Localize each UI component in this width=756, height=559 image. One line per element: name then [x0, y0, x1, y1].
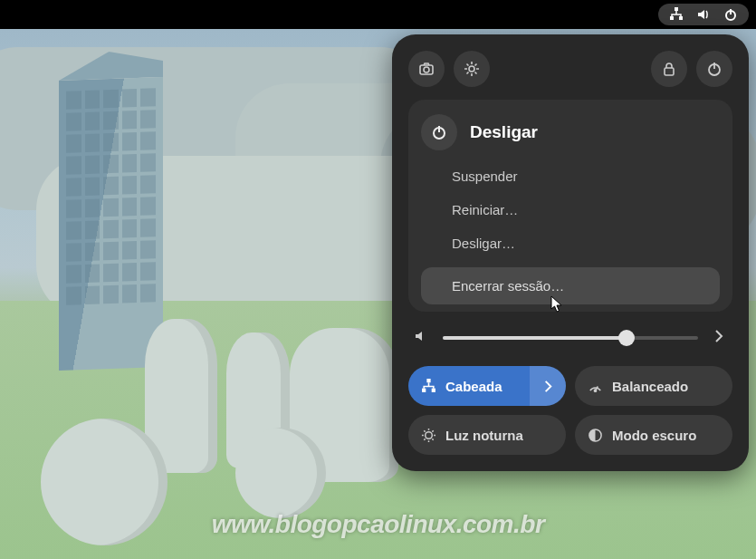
night-light-icon: [421, 428, 436, 443]
power-icon: [431, 124, 447, 140]
speedometer-icon: [588, 379, 603, 394]
svg-rect-1: [670, 16, 674, 20]
toggle-power-mode[interactable]: Balanceado: [575, 366, 732, 406]
toggle-wired-label: Cabeada: [445, 379, 502, 394]
toggle-night-light-label: Luz noturna: [445, 428, 523, 443]
gear-icon: [464, 61, 480, 77]
top-bar: [0, 0, 756, 29]
svg-rect-8: [665, 68, 674, 75]
power-section-icon: [421, 114, 457, 150]
chevron-right-icon: [711, 328, 727, 344]
toggle-dark-mode-label: Modo escuro: [612, 428, 696, 443]
volume-icon: [696, 7, 711, 22]
quick-settings-popover: Desligar Suspender Reiniciar… Desligar… …: [392, 34, 749, 471]
dark-mode-icon: [588, 428, 603, 443]
toggle-dark-mode[interactable]: Modo escuro: [575, 415, 732, 455]
power-icon: [723, 7, 738, 22]
power-menu-section: Desligar Suspender Reiniciar… Desligar… …: [408, 100, 732, 312]
lock-button[interactable]: [651, 51, 687, 87]
toggle-power-mode-label: Balanceado: [612, 379, 688, 394]
toggle-wired-network[interactable]: Cabeada: [408, 366, 566, 406]
screenshot-button[interactable]: [408, 51, 445, 87]
power-section-title: Desligar: [470, 122, 538, 142]
chevron-right-icon: [541, 379, 556, 394]
network-wired-icon: [421, 379, 436, 394]
network-wired-icon: [669, 7, 684, 22]
svg-rect-0: [675, 7, 678, 11]
settings-button[interactable]: [454, 51, 490, 87]
volume-low-icon: [414, 328, 430, 348]
svg-point-6: [424, 67, 429, 72]
svg-point-18: [426, 431, 433, 439]
menu-item-logout[interactable]: Encerrar sessão…: [421, 267, 720, 304]
menu-item-suspend[interactable]: Suspender: [421, 159, 720, 193]
watermark-text: www.blogopcaolinux.com.br: [0, 510, 756, 539]
svg-rect-13: [426, 379, 430, 382]
power-button[interactable]: [696, 51, 732, 87]
power-icon: [706, 61, 723, 77]
output-chooser-arrow[interactable]: [711, 328, 727, 348]
toggle-night-light[interactable]: Luz noturna: [408, 415, 566, 455]
svg-rect-15: [432, 388, 435, 391]
system-tray[interactable]: [658, 4, 749, 25]
svg-rect-14: [422, 388, 426, 391]
wired-submenu-arrow[interactable]: [530, 366, 566, 406]
menu-item-restart[interactable]: Reiniciar…: [421, 193, 720, 226]
menu-item-poweroff[interactable]: Desligar…: [421, 226, 720, 260]
camera-icon: [418, 61, 435, 77]
lock-icon: [661, 61, 677, 77]
volume-slider[interactable]: [443, 336, 698, 340]
svg-rect-2: [679, 16, 683, 20]
svg-point-7: [469, 66, 474, 72]
